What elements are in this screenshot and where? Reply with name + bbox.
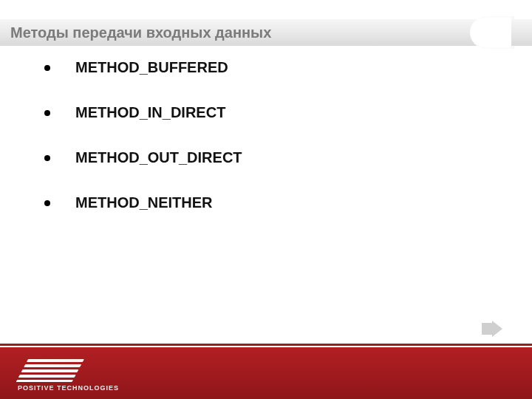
brand-text: POSITIVE TECHNOLOGIES	[18, 384, 119, 392]
bullet-icon	[44, 65, 50, 71]
bullet-text: METHOD_NEITHER	[75, 194, 213, 211]
list-item: METHOD_BUFFERED	[44, 59, 502, 76]
bullet-icon	[44, 110, 50, 116]
title-bar-cap	[470, 16, 514, 49]
logo-bars-icon	[16, 359, 84, 381]
content-area: METHOD_BUFFERED METHOD_IN_DIRECT METHOD_…	[44, 59, 502, 239]
title-bar: Методы передачи входных данных	[0, 19, 532, 46]
bullet-icon	[44, 155, 50, 161]
next-arrow-icon[interactable]	[482, 321, 502, 337]
slide: Методы передачи входных данных METHOD_BU…	[0, 0, 532, 399]
list-item: METHOD_IN_DIRECT	[44, 104, 502, 121]
positive-technologies-logo: POSITIVE TECHNOLOGIES	[22, 359, 119, 392]
list-item: METHOD_NEITHER	[44, 194, 502, 211]
slide-title: Методы передачи входных данных	[0, 24, 271, 41]
svg-marker-0	[482, 321, 502, 337]
footer: POSITIVE TECHNOLOGIES	[0, 341, 532, 399]
bullet-text: METHOD_IN_DIRECT	[75, 104, 225, 121]
bullet-text: METHOD_BUFFERED	[75, 59, 228, 76]
bullet-icon	[44, 200, 50, 206]
list-item: METHOD_OUT_DIRECT	[44, 149, 502, 166]
bullet-text: METHOD_OUT_DIRECT	[75, 149, 242, 166]
title-bar-right	[511, 19, 532, 46]
